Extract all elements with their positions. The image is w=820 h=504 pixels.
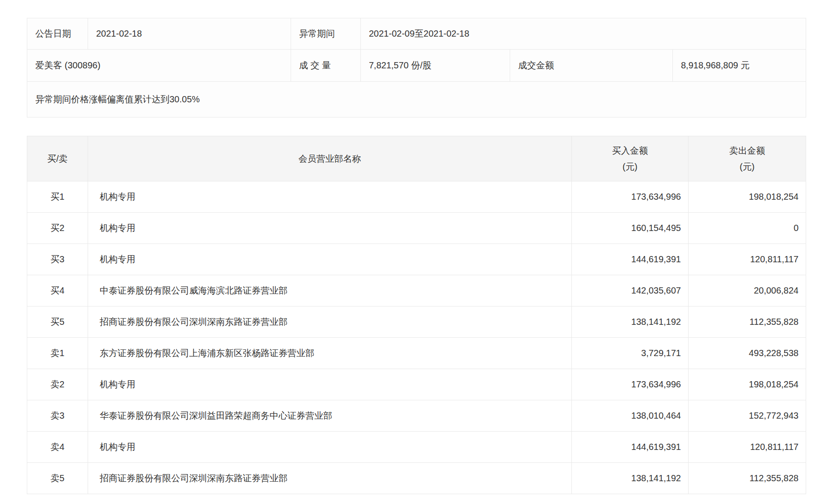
side-cell: 买2: [27, 213, 88, 244]
side-cell: 卖2: [27, 369, 88, 400]
header-sell-amount: 卖出金额 (元): [689, 136, 806, 181]
broker-name-cell: 机构专用: [88, 181, 572, 213]
table-row: 买1机构专用173,634,996198,018,254: [27, 181, 806, 213]
broker-name-cell: 机构专用: [88, 432, 572, 463]
table-row: 卖2机构专用173,634,996198,018,254: [27, 369, 806, 400]
sell-amount-cell: 120,811,117: [689, 432, 806, 463]
table-row: 买4中泰证券股份有限公司威海海滨北路证券营业部142,035,60720,006…: [27, 275, 806, 307]
table-row: 卖5招商证券股份有限公司深圳深南东路证券营业部138,141,192112,35…: [27, 463, 806, 494]
deviation-note: 异常期间价格涨幅偏离值累计达到30.05%: [27, 82, 806, 118]
announce-date-label: 公告日期: [27, 18, 88, 50]
broker-name-cell: 机构专用: [88, 213, 572, 244]
sell-amount-cell: 20,006,824: [689, 275, 806, 307]
sell-amount-cell: 0: [689, 213, 806, 244]
broker-name-cell: 华泰证券股份有限公司深圳益田路荣超商务中心证券营业部: [88, 400, 572, 432]
side-cell: 买3: [27, 244, 88, 275]
announce-date-value: 2021-02-18: [88, 18, 291, 50]
header-side: 买/卖: [27, 136, 88, 181]
buy-amount-cell: 138,141,192: [572, 463, 689, 494]
header-buy-amount-line2: (元): [622, 162, 637, 172]
turnover-value: 8,918,968,809 元: [673, 50, 806, 82]
table-row: 买5招商证券股份有限公司深圳深南东路证券营业部138,141,192112,35…: [27, 307, 806, 338]
table-row: 卖3华泰证券股份有限公司深圳益田路荣超商务中心证券营业部138,010,4641…: [27, 400, 806, 432]
table-row: 买2机构专用160,154,4950: [27, 213, 806, 244]
sell-amount-cell: 198,018,254: [689, 181, 806, 213]
side-cell: 卖4: [27, 432, 88, 463]
header-buy-amount: 买入金额 (元): [572, 136, 689, 181]
header-broker-name: 会员营业部名称: [88, 136, 572, 181]
broker-name-cell: 东方证券股份有限公司上海浦东新区张杨路证券营业部: [88, 338, 572, 369]
buy-amount-cell: 142,035,607: [572, 275, 689, 307]
broker-table-body: 买1机构专用173,634,996198,018,254买2机构专用160,15…: [27, 181, 806, 494]
side-cell: 卖1: [27, 338, 88, 369]
side-cell: 买1: [27, 181, 88, 213]
buy-amount-cell: 144,619,391: [572, 432, 689, 463]
header-sell-amount-line1: 卖出金额: [729, 146, 765, 155]
header-sell-amount-line2: (元): [740, 162, 754, 172]
broker-name-cell: 招商证券股份有限公司深圳深南东路证券营业部: [88, 307, 572, 338]
sell-amount-cell: 198,018,254: [689, 369, 806, 400]
table-row: 买3机构专用144,619,391120,811,117: [27, 244, 806, 275]
summary-info-table: 公告日期 2021-02-18 异常期间 2021-02-09至2021-02-…: [27, 18, 806, 118]
trading-disclosure-page: 公告日期 2021-02-18 异常期间 2021-02-09至2021-02-…: [0, 0, 820, 504]
broker-table-header: 买/卖 会员营业部名称 买入金额 (元) 卖出金额 (元): [27, 136, 806, 181]
buy-amount-cell: 173,634,996: [572, 369, 689, 400]
stock-name: 爱美客 (300896): [27, 50, 291, 82]
side-cell: 买5: [27, 307, 88, 338]
sell-amount-cell: 112,355,828: [689, 463, 806, 494]
buy-amount-cell: 173,634,996: [572, 181, 689, 213]
buy-amount-cell: 138,010,464: [572, 400, 689, 432]
sell-amount-cell: 112,355,828: [689, 307, 806, 338]
summary-row-stock: 爱美客 (300896) 成 交 量 7,821,570 份/股 成交金额 8,…: [27, 50, 806, 82]
summary-row-note: 异常期间价格涨幅偏离值累计达到30.05%: [27, 82, 806, 118]
turnover-label: 成交金额: [510, 50, 673, 82]
buy-amount-cell: 144,619,391: [572, 244, 689, 275]
broker-name-cell: 机构专用: [88, 244, 572, 275]
sell-amount-cell: 152,772,943: [689, 400, 806, 432]
abnormal-period-label: 异常期间: [291, 18, 361, 50]
side-cell: 买4: [27, 275, 88, 307]
abnormal-period-value: 2021-02-09至2021-02-18: [361, 18, 806, 50]
buy-amount-cell: 160,154,495: [572, 213, 689, 244]
buy-amount-cell: 138,141,192: [572, 307, 689, 338]
table-row: 卖1东方证券股份有限公司上海浦东新区张杨路证券营业部3,729,171493,2…: [27, 338, 806, 369]
summary-row-dates: 公告日期 2021-02-18 异常期间 2021-02-09至2021-02-…: [27, 18, 806, 50]
side-cell: 卖5: [27, 463, 88, 494]
volume-label: 成 交 量: [291, 50, 361, 82]
buy-amount-cell: 3,729,171: [572, 338, 689, 369]
broker-name-cell: 招商证券股份有限公司深圳深南东路证券营业部: [88, 463, 572, 494]
broker-ranking-table: 买/卖 会员营业部名称 买入金额 (元) 卖出金额 (元) 买1机构专用173,…: [27, 136, 806, 494]
table-row: 卖4机构专用144,619,391120,811,117: [27, 432, 806, 463]
side-cell: 卖3: [27, 400, 88, 432]
broker-name-cell: 机构专用: [88, 369, 572, 400]
sell-amount-cell: 493,228,538: [689, 338, 806, 369]
broker-name-cell: 中泰证券股份有限公司威海海滨北路证券营业部: [88, 275, 572, 307]
sell-amount-cell: 120,811,117: [689, 244, 806, 275]
volume-value: 7,821,570 份/股: [361, 50, 510, 82]
header-buy-amount-line1: 买入金额: [612, 146, 648, 155]
